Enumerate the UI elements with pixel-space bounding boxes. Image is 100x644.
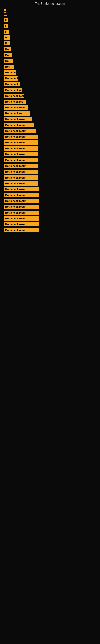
list-item: Bottlenec [4,70,96,76]
list-item: Bottleneck [4,81,96,87]
list-item: Bottleneck result [4,216,96,222]
list-item: Bottleneck result [4,146,96,151]
list-item: Bottleneck result [4,227,96,233]
list-item: B [4,40,96,46]
list-item: Bottleneck result [4,210,96,216]
bottleneck-label[interactable]: Bottleneck res [4,100,26,104]
bottleneck-label[interactable]: Bottleneck res [4,88,22,92]
bottleneck-label[interactable]: Bo [4,47,11,51]
list-item: Bo [4,46,96,52]
bottleneck-label[interactable]: Bottleneck result [4,152,38,156]
bottleneck-label[interactable]: Bottleneck result [4,135,38,139]
list-item: Bottleneck re [4,76,96,81]
bottleneck-label[interactable]: Bottleneck result [4,170,38,174]
list-item: Bottleneck result [4,134,96,140]
bottleneck-label[interactable]: Bottleneck result [4,228,39,232]
bottleneck-label[interactable]: Bottleneck result [4,176,38,180]
bottleneck-label[interactable]: Bottleneck result [4,164,38,168]
list-item: Bottleneck result [4,151,96,157]
bottleneck-label[interactable]: Bottlenec [4,70,16,75]
list-item: Bottleneck result [4,192,96,198]
list-item: Bottleneck res [4,99,96,105]
list-item: Bo [4,58,96,64]
bottleneck-label[interactable]: Bottleneck result [4,158,38,162]
bottleneck-label[interactable]: E [4,18,8,22]
list-item: Bottleneck result [4,186,96,192]
list-item: Bottleneck result [4,175,96,180]
list-item: Bottleneck result [4,116,96,122]
list-item: E [4,34,96,40]
bottleneck-label[interactable]: Bottleneck re [4,111,30,116]
list-item [4,9,96,12]
bottleneck-label[interactable]: Bottleneck result [4,129,36,133]
bottleneck-label[interactable]: B [4,41,10,46]
list-item: Bottleneck result [4,222,96,227]
list-item: Bottleneck result [4,93,96,99]
bottleneck-label[interactable]: Bott [4,64,14,69]
site-title-container: TheBottlenecker.com [0,0,100,7]
bottleneck-label[interactable]: Bottleneck [4,82,20,86]
list-item: Bottleneck result [4,198,96,204]
bottleneck-label[interactable]: E [4,36,10,40]
bottleneck-label[interactable]: Bottleneck result [4,146,38,150]
bottleneck-list: EFFEBBoBottBoBottBottlenecBottleneck reB… [0,7,100,235]
bottleneck-label[interactable]: F [4,24,8,28]
list-item: Bott [4,52,96,58]
bottleneck-label[interactable]: Bottleneck result [4,222,39,226]
list-item: Bottleneck result [4,204,96,210]
list-item: Bottleneck result [4,105,96,110]
bottleneck-label[interactable]: Bottleneck result [4,216,39,220]
list-item: F [4,23,96,29]
bottleneck-label[interactable]: Bottleneck result [4,117,32,121]
list-item: Bottleneck result [4,180,96,186]
bottleneck-label[interactable]: Bottleneck result [4,199,39,203]
bottleneck-label[interactable]: Bottleneck re [4,76,18,80]
bottleneck-label[interactable]: Bottleneck resu [4,123,34,127]
bottleneck-label[interactable]: Bottleneck result [4,140,38,145]
list-item: Bottleneck res [4,87,96,93]
list-item: Bottleneck result [4,128,96,134]
list-item: Bottleneck re [4,110,96,116]
list-item: Bottleneck resu [4,122,96,128]
bottleneck-label[interactable] [4,12,6,14]
list-item: F [4,29,96,34]
bottleneck-label[interactable]: F [4,30,9,34]
list-item: Bottleneck result [4,157,96,163]
list-item: E [4,17,96,23]
list-item: Bottleneck result [4,169,96,175]
bottleneck-label[interactable]: Bottleneck result [4,94,24,98]
bottleneck-label[interactable] [4,15,7,16]
site-title: TheBottlenecker.com [0,0,100,7]
bottleneck-label[interactable]: Bottleneck result [4,106,28,110]
bottleneck-label[interactable]: Bottleneck result [4,210,39,215]
list-item: Bottleneck result [4,140,96,146]
list-item: Bott [4,64,96,70]
bottleneck-label[interactable]: Bottleneck result [4,205,39,209]
bottleneck-label[interactable]: Bottleneck result [4,181,38,186]
bottleneck-label[interactable]: Bottleneck result [4,187,39,192]
list-item: Bottleneck result [4,163,96,169]
bottleneck-label[interactable]: Bo [4,59,13,63]
bottleneck-label[interactable] [4,10,6,11]
list-item [4,12,96,14]
bottleneck-label[interactable]: Bott [4,53,12,57]
list-item [4,14,96,17]
bottleneck-label[interactable]: Bottleneck result [4,193,39,197]
